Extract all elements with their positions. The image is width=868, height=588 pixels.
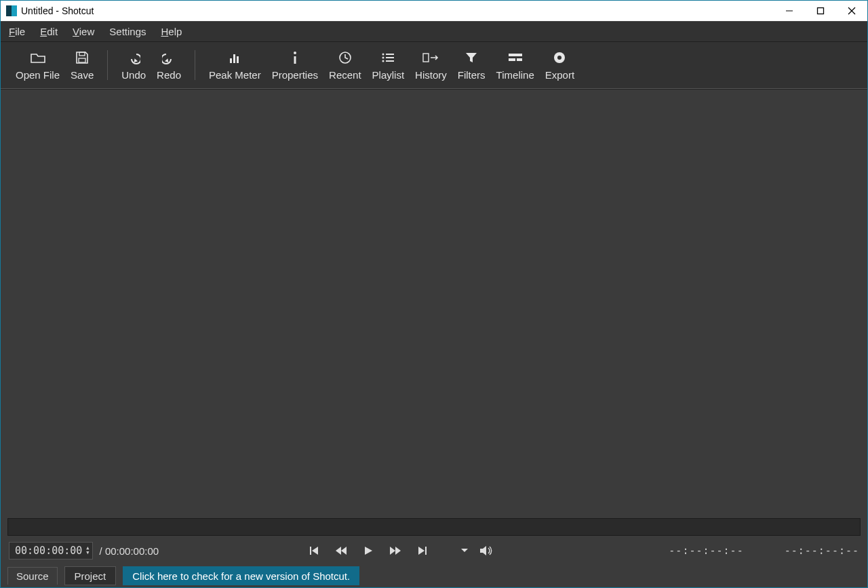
svg-rect-7 <box>233 54 235 63</box>
svg-point-9 <box>294 52 296 54</box>
timeline-label: Timeline <box>496 69 534 81</box>
menu-settings-label: Settings <box>109 26 146 37</box>
timeline-icon <box>508 50 523 65</box>
tab-source-label: Source <box>16 570 49 582</box>
out-point-timecode[interactable]: --:--:--:-- <box>785 545 859 557</box>
svg-rect-20 <box>509 58 515 61</box>
info-icon <box>292 50 298 65</box>
playlist-label: Playlist <box>372 69 405 81</box>
tab-source[interactable]: Source <box>7 567 58 585</box>
tab-project-label: Project <box>75 570 106 582</box>
save-label: Save <box>71 69 94 81</box>
peak-meter-button[interactable]: Peak Meter <box>203 49 267 82</box>
svg-rect-24 <box>310 547 311 555</box>
undo-button[interactable]: Undo <box>116 49 151 82</box>
svg-point-23 <box>557 56 561 60</box>
history-button[interactable]: History <box>410 49 452 82</box>
seekbar-container <box>1 517 867 537</box>
properties-button[interactable]: Properties <box>267 49 323 82</box>
svg-rect-6 <box>230 58 232 63</box>
open-file-icon <box>31 50 45 65</box>
menu-file-label: ile <box>15 26 25 37</box>
bottom-bar: Source Project Click here to check for a… <box>1 564 867 587</box>
undo-label: Undo <box>121 69 146 81</box>
title-bar: Untitled - Shotcut <box>1 1 867 21</box>
current-timecode-input[interactable]: 00:00:00:00 ▲▼ <box>9 542 93 560</box>
close-button[interactable] <box>836 1 867 21</box>
open-file-button[interactable]: Open File <box>10 49 65 82</box>
svg-point-16 <box>382 60 384 62</box>
svg-point-12 <box>382 53 384 55</box>
menu-view-label: iew <box>79 26 95 37</box>
filters-label: Filters <box>458 69 486 81</box>
preview-area <box>1 89 867 517</box>
export-label: Export <box>545 69 574 81</box>
clock-icon <box>338 50 352 65</box>
history-icon <box>422 50 439 65</box>
svg-rect-8 <box>237 56 239 63</box>
playback-controls <box>303 541 433 560</box>
recent-label: Recent <box>329 69 361 81</box>
timeline-button[interactable]: Timeline <box>491 49 540 82</box>
total-duration: / 00:00:00:00 <box>100 545 159 557</box>
undo-icon <box>127 50 140 65</box>
svg-rect-21 <box>517 58 522 61</box>
main-toolbar: Open File Save Undo Redo Peak Mete <box>1 41 867 89</box>
menu-file[interactable]: File <box>9 26 25 37</box>
peak-meter-icon <box>228 50 241 65</box>
rewind-button[interactable] <box>330 541 352 560</box>
svg-rect-17 <box>386 60 394 62</box>
app-window: Untitled - Shotcut File Edit View Settin… <box>0 0 868 588</box>
filters-button[interactable]: Filters <box>452 49 491 82</box>
recent-button[interactable]: Recent <box>323 49 367 82</box>
app-icon <box>6 5 17 16</box>
menu-bar: File Edit View Settings Help <box>1 21 867 41</box>
transport-bar: 00:00:00:00 ▲▼ / 00:00:00:00 <box>1 537 867 564</box>
maximize-button[interactable] <box>805 1 836 21</box>
export-button[interactable]: Export <box>540 49 580 82</box>
svg-rect-25 <box>425 547 427 555</box>
window-title: Untitled - Shotcut <box>21 5 94 16</box>
history-label: History <box>415 69 447 81</box>
playlist-button[interactable]: Playlist <box>367 49 410 82</box>
svg-rect-13 <box>386 54 394 55</box>
skip-next-button[interactable] <box>412 541 433 560</box>
list-icon <box>381 50 395 65</box>
play-button[interactable] <box>357 541 379 560</box>
svg-rect-15 <box>386 57 394 58</box>
properties-label: Properties <box>272 69 318 81</box>
save-icon <box>75 50 89 65</box>
disc-icon <box>553 50 566 65</box>
current-timecode: 00:00:00:00 <box>15 545 82 557</box>
open-file-label: Open File <box>16 69 60 81</box>
redo-button[interactable]: Redo <box>151 49 186 82</box>
menu-view[interactable]: View <box>73 26 94 37</box>
timecode-spinner[interactable]: ▲▼ <box>86 546 89 555</box>
in-point-timecode[interactable]: --:--:--:-- <box>669 545 743 557</box>
peak-meter-label: Peak Meter <box>209 69 261 81</box>
seek-bar[interactable] <box>7 518 861 536</box>
svg-point-14 <box>382 56 384 58</box>
update-notice-label: Click here to check for a new version of… <box>132 570 350 582</box>
redo-label: Redo <box>157 69 181 81</box>
zoom-dropdown-button[interactable] <box>454 541 475 560</box>
menu-edit-label: dit <box>47 26 58 37</box>
tab-project[interactable]: Project <box>64 566 117 585</box>
svg-rect-5 <box>79 58 85 62</box>
minimize-button[interactable] <box>774 1 805 21</box>
svg-rect-1 <box>818 8 824 14</box>
menu-help[interactable]: Help <box>161 26 182 37</box>
volume-button[interactable] <box>475 541 497 560</box>
fast-forward-button[interactable] <box>384 541 406 560</box>
menu-help-label: elp <box>168 26 182 37</box>
menu-settings[interactable]: Settings <box>109 26 146 37</box>
redo-icon <box>162 50 176 65</box>
toolbar-separator <box>195 50 195 80</box>
save-button[interactable]: Save <box>65 49 99 82</box>
svg-rect-18 <box>423 54 429 62</box>
update-notice[interactable]: Click here to check for a new version of… <box>123 566 359 585</box>
skip-previous-button[interactable] <box>303 541 325 560</box>
svg-rect-19 <box>509 54 522 56</box>
menu-edit[interactable]: Edit <box>40 26 58 37</box>
funnel-icon <box>465 50 477 65</box>
